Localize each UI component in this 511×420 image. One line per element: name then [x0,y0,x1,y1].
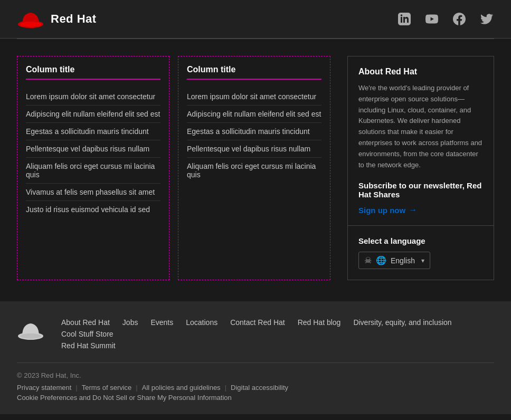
footer-link-cool-stuff[interactable]: Cool Stuff Store [61,330,113,338]
social-icons-area [397,12,494,26]
page-footer: About Red Hat Jobs Events Locations Cont… [0,301,511,414]
footer-cookie-row: Cookie Preferences and Do Not Sell or Sh… [17,394,494,402]
footer-top: About Red Hat Jobs Events Locations Cont… [17,318,494,350]
footer-legal-links: Privacy statement | Terms of service | A… [17,384,494,392]
language-selector[interactable]: ☠ 🌐 English ▾ [358,252,430,269]
footer-privacy-link[interactable]: Privacy statement [17,384,71,392]
facebook-icon[interactable] [452,12,467,26]
logo-area: Red Hat [17,8,97,30]
footer-link-jobs[interactable]: Jobs [122,318,138,327]
columns-area: Column title Lorem ipsum dolor sit amet … [17,56,330,280]
page-header: Red Hat [0,0,511,39]
language-section: Select a language ☠ 🌐 English ▾ [347,226,494,280]
logo-text: Red Hat [51,12,97,26]
footer-bottom: © 2023 Red Hat, Inc. Privacy statement |… [17,362,494,402]
svg-point-1 [20,22,41,27]
list-item[interactable]: Pellentesque vel dapibus risus nullam [26,140,160,158]
subscribe-title: Subscribe to our newsletter, Red Hat Sha… [358,181,483,199]
list-item[interactable]: Lorem ipsum dolor sit amet consectetur [26,88,160,106]
list-item[interactable]: Lorem ipsum dolor sit amet consectetur [187,88,321,106]
footer-link-blog[interactable]: Red Hat blog [298,318,341,327]
language-globe-icon: 🌐 [376,255,386,265]
footer-policies-link[interactable]: All policies and guidelines [142,384,221,392]
footer-cookie-link[interactable]: Cookie Preferences and Do Not Sell or Sh… [17,394,232,402]
footer-accessibility-link[interactable]: Digital accessibility [231,384,288,392]
legal-separator-3: | [225,384,226,392]
column-2-title: Column title [187,65,321,80]
footer-link-summit[interactable]: Red Hat Summit [61,341,494,350]
twitter-icon[interactable] [479,12,494,26]
list-item[interactable]: Pellentesque vel dapibus risus nullam [187,140,321,158]
sign-up-arrow-icon: → [409,205,417,215]
list-item[interactable]: Vivamus at felis sem phasellus sit amet [26,184,160,201]
svg-point-3 [20,333,41,339]
legal-separator-1: | [75,384,77,392]
column-1: Column title Lorem ipsum dolor sit amet … [17,56,169,280]
right-panel: About Red Hat We're the world's leading … [330,56,494,280]
redhat-logo-icon [17,8,44,30]
column-2: Column title Lorem ipsum dolor sit amet … [178,56,330,280]
list-item[interactable]: Aliquam felis orci eget cursus mi lacini… [187,158,321,183]
footer-link-dei[interactable]: Diversity, equity, and inclusion [353,318,451,327]
list-item[interactable]: Adipiscing elit nullam eleifend elit sed… [187,106,321,123]
list-item[interactable]: Adipiscing elit nullam eleifend elit sed… [26,106,160,123]
footer-link-about[interactable]: About Red Hat [61,318,110,327]
about-text: We're the world's leading provider of en… [358,83,483,170]
globe-icon: ☠ [364,255,372,265]
language-current: English [391,256,415,265]
language-title: Select a language [358,236,483,245]
footer-copyright: © 2023 Red Hat, Inc. [17,371,494,379]
youtube-icon[interactable] [424,12,439,26]
footer-link-events[interactable]: Events [150,318,173,327]
list-item[interactable]: Aliquam felis orci eget cursus mi lacini… [26,158,160,184]
footer-logo-icon [17,318,44,341]
about-section: About Red Hat We're the world's leading … [347,56,494,226]
list-item[interactable]: Egestas a sollicitudin mauris tincidunt [187,123,321,140]
footer-tos-link[interactable]: Terms of service [82,384,132,392]
footer-links: About Red Hat Jobs Events Locations Cont… [61,318,494,350]
sign-up-link[interactable]: Sign up now → [358,205,483,215]
sign-up-label: Sign up now [358,206,405,215]
list-item[interactable]: Egestas a sollicitudin mauris tincidunt [26,123,160,140]
footer-link-locations[interactable]: Locations [186,318,217,327]
column-1-title: Column title [26,65,160,80]
footer-link-contact[interactable]: Contact Red Hat [230,318,285,327]
language-chevron-icon: ▾ [421,257,424,264]
about-title: About Red Hat [358,67,483,77]
list-item[interactable]: Justo id risus euismod vehicula id sed [26,201,160,218]
main-content: Column title Lorem ipsum dolor sit amet … [0,39,511,301]
linkedin-icon[interactable] [397,12,412,26]
legal-separator-2: | [136,384,137,392]
